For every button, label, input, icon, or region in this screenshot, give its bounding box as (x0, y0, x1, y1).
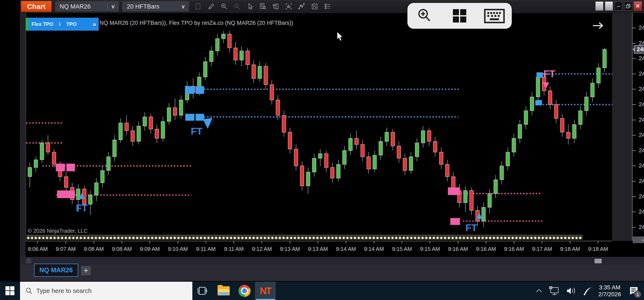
time-tick (178, 241, 178, 244)
region-select-icon[interactable] (192, 1, 205, 12)
file-explorer-button[interactable] (213, 282, 234, 300)
candle-body (204, 62, 207, 77)
zoom-in-icon[interactable] (218, 1, 230, 12)
bar-type-icon[interactable] (282, 1, 295, 12)
chrome-button[interactable] (234, 282, 255, 300)
grid-icon[interactable] (448, 5, 471, 26)
price-tick (632, 227, 636, 228)
candle-body (530, 97, 534, 111)
candle-body (125, 123, 128, 131)
time-tick (234, 241, 234, 244)
ninjatrader-button[interactable]: NT (255, 282, 276, 300)
candle-body (397, 146, 401, 158)
candle-body (106, 157, 110, 170)
cursor-icon[interactable] (244, 1, 256, 12)
pen-icon[interactable] (582, 286, 593, 296)
candle-body (554, 105, 558, 118)
magnifier-plus-icon[interactable] (413, 5, 436, 26)
close-button[interactable]: ✕ (634, 1, 642, 11)
add-tab-button[interactable]: + (81, 266, 91, 275)
candle-body (173, 108, 177, 115)
chevron-down-icon: ∨ (178, 3, 188, 10)
interval-selector[interactable]: 20 HFTBars ∨ (122, 1, 189, 11)
time-label: 9:08 AM (84, 246, 104, 252)
axis-corner (612, 241, 644, 257)
link-button-1[interactable] (596, 1, 603, 11)
link-button-2[interactable] (605, 1, 613, 11)
go-to-latest-arrow[interactable] (592, 21, 604, 31)
chart-menu-button[interactable]: Chart (21, 1, 52, 12)
minimize-button[interactable]: – (614, 1, 622, 11)
blue-zone (196, 114, 204, 121)
price-tick (632, 196, 636, 197)
notifications-button[interactable]: 1 (626, 284, 641, 298)
ninjatrader-icon: NT (260, 285, 271, 297)
zoom-out-icon[interactable] (230, 1, 244, 12)
data-box-icon[interactable] (256, 1, 269, 12)
time-tick (346, 241, 346, 244)
taskbar-clock[interactable]: 3:35 AM 2/7/2026 (598, 284, 621, 298)
price-axis[interactable]: 24856.00 24870.0024860.0024850.0024840.0… (632, 13, 644, 241)
time-label: 9:14 AM (336, 246, 356, 252)
chart-plot-area[interactable]: Flex TPO i TPO » NQ MAR26 (20 HFTBars)),… (26, 13, 612, 241)
time-label: 9:11 AM (224, 246, 244, 252)
restore-button[interactable] (624, 1, 632, 11)
keyboard-icon[interactable] (483, 5, 506, 26)
scrollbar-thumb[interactable] (594, 259, 602, 263)
hidden-icons-chevron[interactable] (535, 288, 543, 294)
ft-marker-label: FT (76, 202, 88, 213)
strategies-icon[interactable] (308, 1, 321, 12)
price-tick (632, 166, 636, 166)
chart-window: Chart NQ MAR26 ∨ 20 HFTBars ∨ (20, 0, 644, 281)
time-axis[interactable]: 9:06 AM9:07 AM9:08 AM9:08 AM9:09 AM9:10 … (26, 241, 612, 257)
candle-body (312, 158, 316, 172)
draw-pencil-icon[interactable] (205, 1, 218, 12)
volume-icon[interactable] (565, 286, 577, 296)
tab-nq-mar26[interactable]: NQ MAR26 (34, 264, 78, 277)
candle-body (240, 51, 244, 60)
time-tick (122, 241, 122, 244)
chart-trader-icon[interactable] (269, 1, 282, 12)
taskbar-search[interactable]: Type here to search (20, 282, 192, 300)
instrument-selector[interactable]: NQ MAR26 ∨ (55, 1, 119, 11)
time-tick (486, 241, 486, 244)
interval-value: 20 HFTBars (123, 3, 178, 10)
time-tick (290, 241, 290, 244)
flex-tpo-indicator-bar[interactable]: Flex TPO i TPO » (26, 18, 99, 31)
expand-icon[interactable]: » (90, 21, 99, 28)
time-label: 9:16 AM (476, 246, 496, 252)
scrollbar-left-block[interactable] (26, 258, 31, 263)
candle-body (385, 132, 389, 141)
candle-body (373, 155, 376, 169)
price-label: 24810.00 (639, 117, 644, 123)
candle-body (590, 83, 594, 97)
last-price-marker: 24856.00 (634, 45, 644, 54)
blue-zone (535, 100, 542, 105)
candle-body (560, 118, 564, 132)
candle-body (282, 115, 286, 132)
start-button[interactable] (0, 282, 20, 300)
indicators-icon[interactable] (295, 1, 308, 12)
list-properties-icon[interactable] (321, 1, 334, 12)
network-icon[interactable] (548, 286, 560, 296)
time-tick (598, 241, 598, 244)
candle-body (246, 51, 250, 65)
candle-body (28, 167, 32, 177)
task-view-button[interactable] (192, 282, 213, 300)
blue-zone (196, 86, 204, 94)
tpo-label[interactable]: TPO (64, 21, 80, 27)
desktop: Chart NQ MAR26 ∨ 20 HFTBars ∨ (0, 0, 644, 300)
horizontal-scrollbar[interactable] (20, 257, 644, 265)
candle-body (228, 34, 231, 48)
price-label: 24790.00 (639, 147, 644, 154)
time-label: 9:15 AM (420, 246, 440, 252)
candle-body (258, 66, 262, 79)
candle-body (276, 100, 280, 115)
candle-body (270, 85, 274, 100)
candle-body (403, 158, 407, 171)
candle-body (46, 143, 50, 152)
flex-tpo-info[interactable]: i (56, 21, 64, 27)
candle-body (597, 68, 600, 83)
candle-body (355, 138, 358, 144)
candle-body (584, 97, 588, 111)
